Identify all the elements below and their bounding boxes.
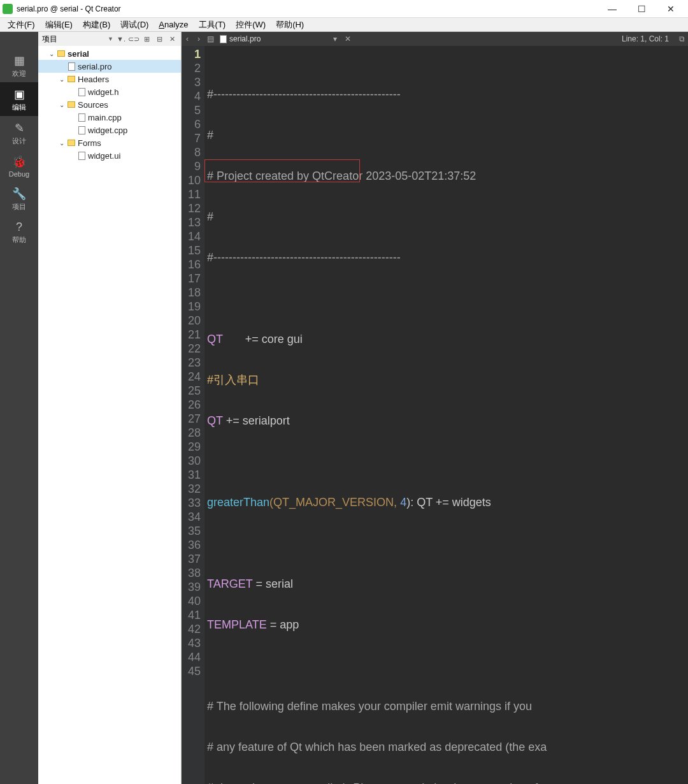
- edit-square-icon: ▣: [0, 87, 38, 101]
- menu-tools[interactable]: 工具(T): [194, 18, 231, 32]
- mode-project[interactable]: 🔧项目: [0, 182, 38, 215]
- mode-selector: ▦欢迎 ▣编辑 ✎设计 🐞Debug 🔧项目 ?帮助: [0, 46, 38, 784]
- menu-bar: 文件(F) 编辑(E) 构建(B) 调试(D) Analyze 工具(T) 控件…: [0, 18, 688, 32]
- minimize-button[interactable]: —: [598, 0, 627, 18]
- project-panel-header: 项目 ▼ ▼. ⊂⊃ ⊞ ⊟ ✕: [38, 32, 182, 46]
- window-titlebar: serial.pro @ serial - Qt Creator — ☐ ✕: [0, 0, 688, 18]
- wrench-icon: 🔧: [0, 187, 38, 201]
- editor-toolbar: ‹ › ▤ serial.pro ▾ ✕ Line: 1, Col: 1 ⧉: [182, 32, 688, 46]
- close-button[interactable]: ✕: [656, 0, 685, 18]
- app-icon: [3, 4, 13, 14]
- link-icon[interactable]: ⊂⊃: [129, 34, 139, 44]
- grid-icon: ▦: [0, 54, 38, 68]
- mode-debug[interactable]: 🐞Debug: [0, 150, 38, 182]
- code-editor[interactable]: 1234567891011121314151617181920212223242…: [182, 46, 688, 784]
- mode-welcome[interactable]: ▦欢迎: [0, 48, 38, 82]
- nav-back-icon[interactable]: ‹: [182, 34, 193, 43]
- tree-folder-headers[interactable]: ⌄Headers: [38, 73, 181, 85]
- tree-folder-sources[interactable]: ⌄Sources: [38, 98, 181, 111]
- code-area[interactable]: #---------------------------------------…: [204, 46, 688, 784]
- tree-file-widget-cpp[interactable]: widget.cpp: [38, 124, 181, 136]
- file-icon: [220, 35, 227, 43]
- maximize-button[interactable]: ☐: [627, 0, 656, 18]
- menu-help[interactable]: 帮助(H): [271, 18, 309, 32]
- tree-file-main-cpp[interactable]: main.cpp: [38, 111, 181, 124]
- menu-build[interactable]: 构建(B): [78, 18, 115, 32]
- line-number-gutter: 1234567891011121314151617181920212223242…: [182, 46, 204, 784]
- menu-edit[interactable]: 编辑(E): [40, 18, 78, 32]
- bookmark-icon[interactable]: ▤: [204, 34, 216, 43]
- add-icon[interactable]: ⊞: [141, 34, 152, 44]
- bug-icon: 🐞: [0, 155, 38, 169]
- filter-icon[interactable]: ▼.: [116, 34, 126, 44]
- file-dropdown-icon[interactable]: ▾: [333, 34, 337, 43]
- open-file-name: serial.pro: [229, 34, 261, 43]
- cursor-position: Line: 1, Col: 1: [615, 34, 675, 43]
- project-tree[interactable]: ⌄serial serial.pro ⌄Headers widget.h ⌄So…: [38, 46, 182, 784]
- split-icon[interactable]: ⊟: [154, 34, 164, 44]
- project-panel-title: 项目: [42, 34, 105, 45]
- navigation-bar: 项目 ▼ ▼. ⊂⊃ ⊞ ⊟ ✕ ‹ › ▤ serial.pro ▾ ✕ Li…: [0, 32, 688, 46]
- tree-file-widget-ui[interactable]: widget.ui: [38, 149, 181, 162]
- open-file-tab[interactable]: serial.pro ▾: [216, 32, 341, 46]
- nav-fwd-icon[interactable]: ›: [193, 34, 204, 43]
- mode-edit[interactable]: ▣编辑: [0, 82, 38, 116]
- tree-folder-forms[interactable]: ⌄Forms: [38, 136, 181, 149]
- close-tab-icon[interactable]: ✕: [341, 34, 355, 43]
- menu-debug[interactable]: 调试(D): [115, 18, 154, 32]
- menu-widgets[interactable]: 控件(W): [231, 18, 271, 32]
- menu-analyze[interactable]: Analyze: [154, 18, 193, 31]
- help-icon: ?: [0, 221, 38, 234]
- mode-design[interactable]: ✎设计: [0, 116, 38, 150]
- tree-file-widget-h[interactable]: widget.h: [38, 85, 181, 98]
- tree-root[interactable]: ⌄serial: [38, 47, 181, 60]
- mode-help[interactable]: ?帮助: [0, 215, 38, 249]
- window-title: serial.pro @ serial - Qt Creator: [17, 4, 598, 13]
- menu-file[interactable]: 文件(F): [3, 18, 40, 32]
- split-editor-icon[interactable]: ⧉: [675, 34, 688, 43]
- highlight-box: [204, 159, 360, 182]
- pencil-icon: ✎: [0, 121, 38, 135]
- close-panel-icon[interactable]: ✕: [167, 34, 177, 44]
- tree-file-pro[interactable]: serial.pro: [38, 60, 181, 73]
